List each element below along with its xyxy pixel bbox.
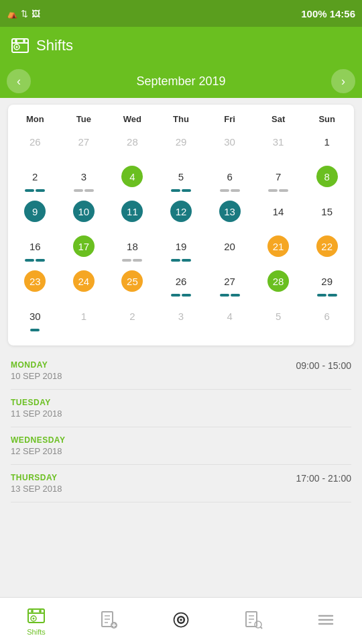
svg-line-28 [261,627,263,629]
shift-item[interactable]: TUESDAY11 SEP 2018 [11,390,351,427]
day-number: 27 [219,270,241,292]
day-number: 30 [219,131,241,152]
calendar-day[interactable]: 14 [254,198,303,233]
calendar-day[interactable]: 30 [205,128,254,163]
bottom-nav: Shifts [0,597,362,644]
day-number: 29 [170,131,192,152]
day-number: 28 [267,270,289,292]
shift-dot [36,259,45,262]
calendar-day[interactable]: 19 [157,233,206,268]
day-number: 6 [219,166,241,187]
calendar-day[interactable]: 18 [108,233,157,268]
calendar-nav: ‹ September 2019 › [0,64,362,98]
calendar-day[interactable]: 15 [302,198,351,233]
calendar-day[interactable]: 20 [205,233,254,268]
calendar-day[interactable]: 3 [60,163,109,198]
shift-day-name: THURSDAY [11,473,62,482]
calendar-day[interactable]: 30 [11,303,60,337]
calendar-day[interactable]: 4 [205,303,254,337]
calendar-day[interactable]: 29 [157,128,206,163]
calendar-day[interactable]: 2 [108,303,157,337]
calendar-day[interactable]: 1 [302,128,351,163]
calendar-day[interactable]: 28 [254,268,303,303]
day-number: 30 [24,305,46,327]
calendar-day[interactable]: 23 [11,268,60,303]
shift-dot [30,329,40,331]
calendar-day[interactable]: 27 [205,268,254,303]
calendar-day[interactable]: 7 [254,163,303,198]
calendar-day[interactable]: 6 [302,303,351,337]
calendar-day[interactable]: 4 [108,163,157,198]
calendar-day[interactable]: 31 [254,128,303,163]
shift-dot [171,294,180,297]
month-year-title: September 2019 [136,74,225,89]
calendar-day[interactable]: 5 [157,163,206,198]
shift-dot [25,259,34,262]
day-number: 8 [316,166,338,187]
shift-dot [74,189,83,192]
arrow-icon: ⇅ [21,9,28,19]
day-number: 17 [73,235,95,257]
shift-item[interactable]: MONDAY10 SEP 201809:00 - 15:00 [11,352,351,390]
day-header-thu: Thu [157,110,206,128]
day-number: 13 [219,201,241,222]
calendar-day[interactable]: 26 [11,128,60,163]
shift-day-name: TUESDAY [11,398,62,407]
day-dots [220,189,240,193]
calendar-day[interactable]: 21 [254,233,303,268]
calendar-day[interactable]: 29 [302,268,351,303]
calendar-day[interactable]: 13 [205,198,254,233]
calendar-day[interactable]: 10 [60,198,109,233]
shift-dot [84,189,94,192]
day-header-fri: Fri [205,110,254,128]
day-number: 26 [170,270,192,292]
shift-dot [182,189,191,192]
nav-menu[interactable] [316,610,335,632]
app-header: Shifts [0,27,362,64]
day-number: 2 [24,166,46,187]
calendar-day[interactable]: 2 [11,163,60,198]
calendar-day[interactable]: 25 [108,268,157,303]
day-dots [268,189,288,193]
calendar-day[interactable]: 17 [60,233,109,268]
calendar-day[interactable]: 16 [11,233,60,268]
nav-report[interactable] [244,610,263,632]
calendar-day[interactable]: 24 [60,268,109,303]
shift-item[interactable]: THURSDAY13 SEP 201817:00 - 21:00 [11,465,351,502]
shift-day-name: MONDAY [11,360,62,370]
calendar-day[interactable]: 11 [108,198,157,233]
calendar-day[interactable]: 9 [11,198,60,233]
shift-date: 12 SEP 2018 [11,446,65,456]
day-dots [25,189,45,193]
svg-rect-6 [28,609,44,623]
next-month-button[interactable]: › [331,69,355,93]
day-number: 1 [73,305,95,327]
day-number: 4 [121,166,143,187]
day-header-tue: Tue [60,110,109,128]
calendar-day[interactable]: 26 [157,268,206,303]
calendar-day[interactable]: 27 [60,128,109,163]
calendar-day[interactable]: 3 [157,303,206,337]
calendar-day[interactable]: 12 [157,198,206,233]
day-number: 22 [316,235,338,257]
shift-dot [279,189,288,192]
day-number: 14 [267,201,289,222]
shifts-nav-label: Shifts [27,628,46,636]
calendar-day[interactable]: 1 [60,303,109,337]
calendar-day[interactable]: 8 [302,163,351,198]
calendar-day[interactable]: 28 [108,128,157,163]
calendar-day[interactable]: 5 [254,303,303,337]
nav-scan[interactable] [172,610,190,632]
day-dots [171,258,191,262]
shift-dot [171,259,180,262]
nav-tasks[interactable] [99,610,118,632]
day-dots [30,328,40,332]
calendar-day[interactable]: 22 [302,233,351,268]
shift-dot [182,294,191,297]
svg-point-8 [31,610,34,612]
shift-time: 17:00 - 21:00 [296,473,351,484]
calendar-day[interactable]: 6 [205,163,254,198]
nav-shifts[interactable]: Shifts [27,606,46,636]
prev-month-button[interactable]: ‹ [7,69,31,93]
shift-item[interactable]: WEDNESDAY12 SEP 2018 [11,427,351,465]
